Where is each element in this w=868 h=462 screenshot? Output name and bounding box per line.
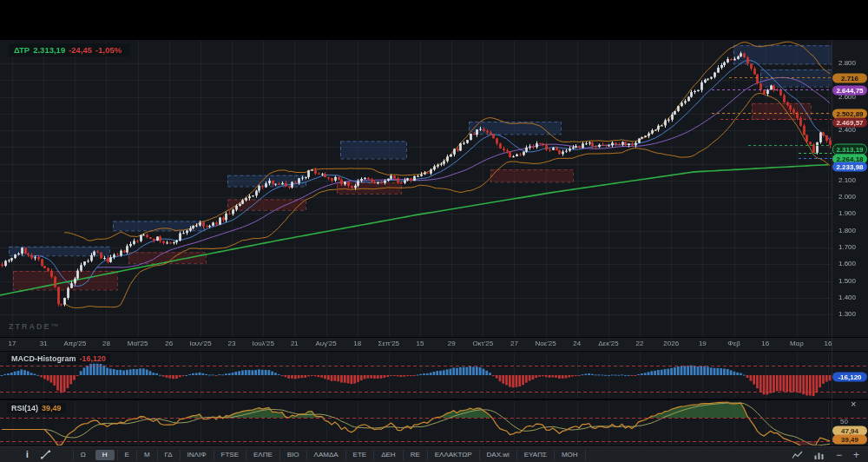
macd-value: -16,120 <box>80 354 107 363</box>
time-label: 18 <box>353 340 361 347</box>
rsi-value-badge: 39,49 <box>832 435 867 445</box>
time-label: 28 <box>102 340 110 347</box>
rsi-label: RSI(14) <box>11 404 38 412</box>
toolbar-button-11[interactable]: ΕΤΕ <box>345 450 374 460</box>
price-tick: 2.000 <box>838 194 856 201</box>
time-label: 24 <box>573 340 581 347</box>
ticker-button-row: ΩΗΕΜΓΔΙΝΛΙΦFTSEΕΛΠΕΒΙΟΛΑΜΔΑΕΤΕΔΕΗREΕΛΛΑΚ… <box>73 447 586 462</box>
ztrade-watermark: ZTRADE™ <box>9 322 61 331</box>
price-change: -24,45 <box>69 45 92 55</box>
toolbar-button-6[interactable]: ΙΝΛΙΦ <box>180 450 214 460</box>
toolbar-button-15[interactable]: DAX.wi <box>479 450 516 460</box>
price-tick: 2.400 <box>838 127 856 134</box>
price-tick: 1.300 <box>838 311 856 318</box>
last-price: 2.313,19 <box>33 45 65 55</box>
toolbar-button-5[interactable]: ΓΔ <box>157 450 180 460</box>
time-label: Φεβ <box>727 340 740 347</box>
bottom-toolbar: i ΩΗΕΜΓΔΙΝΛΙΦFTSEΕΛΠΕΒΙΟΛΑΜΔΑΕΤΕΔΕΗREΕΛΛ… <box>0 446 868 462</box>
price-tick: 1.800 <box>838 228 856 234</box>
toolbar-button-2[interactable]: Η <box>95 450 115 460</box>
time-label: 19 <box>699 340 707 347</box>
time-label: Σεπ'25 <box>378 340 399 347</box>
time-label: 26 <box>165 340 173 347</box>
rsi-value: 39,49 <box>42 404 62 412</box>
toolbar-button-3[interactable]: Ε <box>117 450 136 460</box>
macd-label: MACD-Histogram <box>11 354 76 363</box>
time-label: 16 <box>825 340 832 347</box>
macd-legend: MACD-Histogram-16,120 <box>7 353 110 364</box>
time-label: Μαρ <box>790 340 804 347</box>
chart-zoom-controls: − + <box>792 450 859 460</box>
price-tick: 1.600 <box>838 261 856 267</box>
toolbar-button-14[interactable]: ΕΛΛΑΚΤΩΡ <box>427 450 479 460</box>
price-badge: 2.716 <box>832 74 867 83</box>
zoom-in-button[interactable]: + <box>853 450 859 460</box>
toolbar-button-8[interactable]: ΕΛΠΕ <box>246 450 279 460</box>
time-label: 22 <box>636 340 644 347</box>
time-label: 16 <box>761 340 769 347</box>
time-label: Δεκ'25 <box>598 340 618 347</box>
zoom-out-button[interactable]: − <box>836 450 842 460</box>
rsi-mid-level-label: 50 <box>840 418 848 426</box>
info-icon[interactable]: i <box>26 450 29 459</box>
time-label: Μαϊ'25 <box>128 340 148 347</box>
toolbar-button-10[interactable]: ΛΑΜΔΑ <box>306 450 345 460</box>
price-tick: 1.900 <box>838 210 856 217</box>
time-label: Νοε'25 <box>536 340 556 347</box>
price-tick: 2.100 <box>838 177 856 184</box>
rsi-legend: RSI(14)39,49 <box>7 403 66 413</box>
line-chart-icon[interactable] <box>792 451 803 459</box>
symbol-name: ΔΤΡ <box>14 45 30 55</box>
time-label: Αυγ'25 <box>315 340 336 347</box>
toolbar-button-1[interactable]: Ω <box>73 450 93 460</box>
time-label: 29 <box>448 340 456 347</box>
price-badge: 2.469,57 <box>832 118 867 128</box>
price-tick: 2.800 <box>838 60 856 67</box>
time-label: 15 <box>417 340 424 347</box>
time-label: Απρ'25 <box>63 340 86 347</box>
draw-tool-icon[interactable] <box>41 450 50 459</box>
time-label: Ιουν'25 <box>189 340 211 347</box>
price-tick: 1.500 <box>838 278 856 285</box>
price-tick: 1.400 <box>838 294 856 301</box>
time-label: 23 <box>228 340 236 347</box>
symbol-legend: ΔΤΡ2.313,19-24,45-1,05% <box>9 43 130 56</box>
time-label: 2026 <box>663 340 679 347</box>
time-label: Ιουλ'25 <box>252 340 273 347</box>
bar-chart-icon[interactable] <box>814 451 825 459</box>
trading-app-window: ΔΤΡ2.313,19-24,45-1,05% ZTRADE™ 2.8002.7… <box>0 0 868 462</box>
time-label: Οκτ'25 <box>472 340 493 347</box>
toolbar-button-9[interactable]: ΒΙΟ <box>279 450 306 460</box>
toolbar-button-4[interactable]: Μ <box>136 450 157 460</box>
rsi-close-icon[interactable]: × <box>851 399 856 409</box>
price-tick: 1.700 <box>838 244 856 251</box>
price-change-pct: -1,05% <box>95 45 122 55</box>
macd-value-badge: -16,120 <box>832 373 867 382</box>
time-label: 27 <box>510 340 518 347</box>
toolbar-button-7[interactable]: FTSE <box>214 450 246 460</box>
toolbar-button-13[interactable]: RE <box>403 450 427 460</box>
toolbar-button-16[interactable]: ΕΥΑΠΣ <box>516 450 554 460</box>
toolbar-button-12[interactable]: ΔΕΗ <box>373 450 402 460</box>
time-label: 17 <box>9 340 16 347</box>
price-badge: 2.644,75 <box>832 86 867 96</box>
chart-canvas[interactable] <box>0 0 868 462</box>
price-badge: 2.233,98 <box>832 162 867 172</box>
time-label: 21 <box>291 340 299 347</box>
time-label: 31 <box>40 340 48 347</box>
toolbar-button-17[interactable]: ΜΟΗ <box>554 450 586 460</box>
